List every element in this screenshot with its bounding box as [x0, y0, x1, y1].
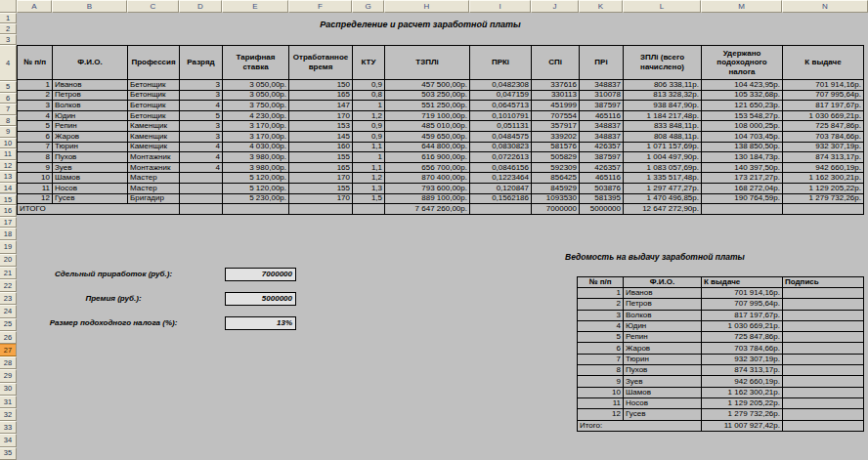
cell[interactable]: Каменщик [128, 121, 180, 132]
cell[interactable]: 3 050,00р. [223, 90, 289, 101]
cell[interactable]: 833 848,11р. [624, 121, 702, 132]
cell[interactable]: 11 [18, 183, 53, 193]
cell[interactable]: 707554 [532, 110, 580, 121]
cell[interactable]: 719 100,00р. [385, 110, 470, 121]
cell[interactable]: 4 230,00р. [223, 110, 289, 121]
cell[interactable]: 0,047159 [470, 90, 532, 101]
cell[interactable]: 170 [289, 110, 353, 121]
cell[interactable]: 147 [289, 101, 353, 111]
cell[interactable]: 8 [578, 365, 624, 376]
cell[interactable]: 1 279 732,26р. [783, 193, 864, 204]
cell[interactable]: Тюрин [624, 354, 702, 364]
row-header-11[interactable]: 11 [0, 148, 17, 160]
cell[interactable]: 1 004 497,90р. [624, 152, 702, 163]
cell[interactable]: Гусев [624, 409, 702, 420]
column-header-d[interactable]: D [179, 0, 222, 13]
cell[interactable]: 330113 [532, 90, 580, 101]
row-header-12[interactable]: 12 [0, 160, 17, 172]
column-header-h[interactable]: H [384, 0, 469, 13]
cell[interactable]: 942 660,19р. [783, 162, 864, 173]
select-all-corner[interactable] [0, 0, 17, 13]
cell[interactable]: Репин [624, 332, 702, 343]
cell[interactable]: 1 162 300,21р. [702, 387, 783, 397]
row-header-15[interactable]: 15 [0, 194, 17, 206]
cell[interactable]: 0,0645713 [470, 101, 532, 111]
cell[interactable]: 3 [180, 131, 223, 142]
cell[interactable]: 153 [289, 121, 353, 132]
cell[interactable]: 806 338,11р. [624, 80, 702, 91]
cell[interactable] [223, 204, 289, 215]
cell[interactable]: 7000000 [532, 204, 580, 215]
cell[interactable] [180, 193, 223, 204]
cell[interactable]: 0,9 [353, 121, 385, 132]
cell[interactable]: 1 335 517,48р. [624, 173, 702, 184]
cell[interactable]: 703 784,66р. [783, 131, 864, 142]
totals-label-cell[interactable]: ИТОГО [18, 204, 180, 215]
column-header-a[interactable]: A [17, 0, 52, 13]
row-header-34[interactable]: 34 [0, 434, 17, 446]
row-header-22[interactable]: 22 [0, 279, 17, 292]
cell[interactable]: 656 700,00р. [385, 162, 470, 173]
row-header-16[interactable]: 16 [0, 205, 17, 217]
cell[interactable]: 4 [180, 152, 223, 163]
cell[interactable]: Монтажник [128, 162, 180, 173]
row-header-6[interactable]: 6 [0, 93, 17, 105]
cell[interactable]: 339202 [532, 131, 580, 142]
cell[interactable]: 153 548,27р. [702, 110, 783, 121]
cell[interactable]: 11 [578, 397, 624, 408]
cell[interactable]: 485 010,00р. [385, 121, 470, 132]
cell[interactable]: 845929 [532, 183, 580, 193]
cell[interactable]: 4 [180, 142, 223, 152]
cell[interactable]: 6 [578, 343, 624, 354]
cell[interactable]: 12 647 272,90р. [624, 204, 702, 215]
cell[interactable]: 701 914,16р. [702, 288, 783, 299]
totals-label-cell[interactable]: Итого: [578, 420, 702, 431]
cell[interactable]: 3 [18, 101, 53, 111]
cell[interactable]: 2 [578, 299, 624, 310]
cell[interactable] [783, 299, 864, 310]
cell[interactable]: 3 [180, 90, 223, 101]
column-header-cell[interactable]: ЗПЛi (всего начислено) [624, 46, 702, 80]
row-header-10[interactable]: 10 [0, 138, 17, 149]
cell[interactable]: 130 184,73р. [702, 152, 783, 163]
cell[interactable]: Петров [624, 299, 702, 310]
cell[interactable]: 10 [578, 387, 624, 397]
cell[interactable]: 348837 [580, 131, 624, 142]
row-header-28[interactable]: 28 [0, 356, 17, 369]
cell[interactable]: 0,120847 [470, 183, 532, 193]
cell[interactable] [783, 365, 864, 376]
cell[interactable]: Пухов [624, 365, 702, 376]
cell[interactable]: 1,3 [353, 183, 385, 193]
cell[interactable]: 348837 [580, 121, 624, 132]
cell[interactable]: 874 313,17р. [702, 365, 783, 376]
cell[interactable]: 426357 [580, 162, 624, 173]
column-header-cell[interactable]: Отработанное время [289, 46, 353, 80]
cell[interactable]: Носов [624, 397, 702, 408]
cell[interactable]: 3 170,00р. [223, 131, 289, 142]
cell[interactable]: Зуев [53, 162, 128, 173]
cell[interactable]: 3 [180, 121, 223, 132]
cell[interactable]: 155 [289, 183, 353, 193]
cell[interactable]: 5 230,00р. [223, 193, 289, 204]
cell[interactable]: 0,8 [353, 90, 385, 101]
cell[interactable]: 0,1562186 [470, 193, 532, 204]
cell[interactable]: 813 328,32р. [624, 90, 702, 101]
column-header-cell[interactable]: Профессия [128, 46, 180, 80]
row-header-31[interactable]: 31 [0, 396, 17, 408]
cell[interactable]: 932 307,19р. [783, 142, 864, 152]
cell[interactable]: 4 030,00р. [223, 142, 289, 152]
cell[interactable]: 1 297 477,27р. [624, 183, 702, 193]
cell[interactable]: Бетонщик [128, 90, 180, 101]
cell[interactable]: Мастер [128, 173, 180, 184]
row-header-8[interactable]: 8 [0, 115, 17, 127]
cell[interactable]: 1 129 205,22р. [783, 183, 864, 193]
column-header-cell[interactable]: К выдаче [702, 277, 783, 288]
cell[interactable]: 1 [353, 101, 385, 111]
column-header-cell[interactable]: Тарифная ставка [223, 46, 289, 80]
cell[interactable]: 170 [289, 193, 353, 204]
cell[interactable]: 426357 [580, 142, 624, 152]
column-header-cell[interactable]: Разряд [180, 46, 223, 80]
cell[interactable]: Носов [53, 183, 128, 193]
cell[interactable]: 592309 [532, 162, 580, 173]
cell[interactable] [783, 354, 864, 364]
